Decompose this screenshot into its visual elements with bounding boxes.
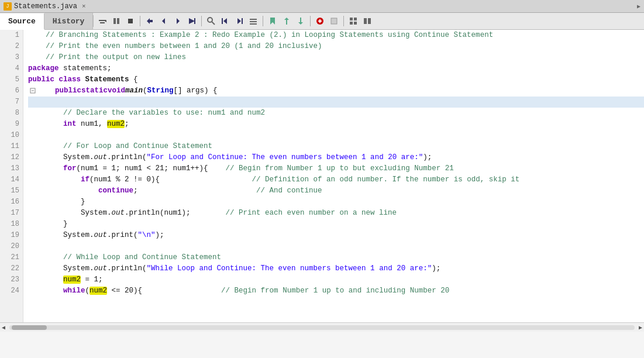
run-button[interactable]	[314, 15, 326, 27]
code-line-20	[28, 241, 644, 252]
svg-rect-19	[250, 23, 257, 25]
code-line-12: System.out.println("For Loop and Continu…	[28, 152, 644, 163]
stop-button[interactable]	[328, 15, 340, 27]
comment-17: // Print each even number on a new line	[226, 209, 397, 217]
svg-rect-18	[250, 21, 257, 22]
kw-package: package	[28, 64, 59, 73]
search-next-button[interactable]	[233, 15, 246, 27]
comment-15: // And continue	[256, 187, 322, 195]
tab-source[interactable]: Source	[0, 13, 44, 30]
separator-1	[140, 16, 140, 26]
bookmark-button[interactable]	[266, 15, 279, 27]
kw-string: String	[147, 85, 174, 97]
kw-if: if	[81, 175, 89, 184]
scrollbar-thumb[interactable]	[12, 325, 47, 330]
code-line-22: System.out.println("While Loop and Conti…	[28, 263, 644, 274]
code-line-4: package statements;	[28, 63, 644, 74]
separator-2	[201, 16, 202, 26]
comment-8: // Declare the variables to use: num1 an…	[28, 109, 265, 117]
separator-4	[310, 16, 311, 26]
file-name: Statements.java	[14, 2, 77, 11]
columns-button[interactable]	[361, 15, 374, 27]
code-line-7	[28, 97, 644, 108]
comment-3: // Print the output on new lines	[28, 53, 186, 61]
comment-24: // Begin from Number 1 up to and includi…	[221, 287, 449, 295]
str-19: "\n"	[138, 231, 156, 239]
code-content[interactable]: // Branching Statements : Example 2 : Re…	[23, 30, 644, 322]
next-button[interactable]	[171, 15, 184, 27]
code-line-15: continue; // And continue	[28, 185, 644, 197]
svg-rect-32	[368, 18, 371, 24]
line-numbers: 1 2 3 4 5 6 7 8 9 10 11 12 13 14 15 16 1…	[0, 30, 23, 322]
scroll-left-button[interactable]: ◀	[0, 324, 7, 331]
toolbar	[94, 13, 644, 29]
svg-marker-9	[189, 18, 195, 24]
svg-rect-4	[117, 18, 119, 24]
separator-3	[263, 16, 263, 26]
prev-bookmark-button[interactable]	[280, 15, 293, 27]
scroll-right-button[interactable]: ▶	[637, 324, 644, 331]
svg-marker-20	[270, 18, 275, 25]
scroll-right-arrow[interactable]: ▶	[637, 3, 640, 10]
close-tab-button[interactable]: ×	[82, 3, 86, 10]
kw-for: for	[63, 164, 77, 173]
svg-marker-15	[237, 18, 241, 24]
search-prev-button[interactable]	[219, 15, 232, 27]
code-line-10	[28, 130, 644, 141]
back-to-lastedit-button[interactable]	[143, 15, 156, 27]
code-line-2: // Print the even numbers between 1 and …	[28, 41, 644, 52]
kw-void: void	[108, 85, 125, 97]
code-line-9: int num1, num2;	[28, 119, 644, 130]
svg-marker-7	[162, 18, 165, 24]
comment-2: // Print the even numbers between 1 and …	[28, 42, 322, 50]
code-line-19: System.out.print("\n");	[28, 230, 644, 241]
svg-line-12	[212, 22, 215, 25]
comment-13: // Begin from Number 1 up to but excludi…	[226, 164, 454, 173]
prev-button[interactable]	[157, 15, 170, 27]
kw-public-6: public	[55, 85, 81, 97]
search-button[interactable]	[205, 15, 218, 27]
svg-rect-27	[350, 18, 353, 20]
search-options-button[interactable]	[247, 15, 260, 27]
tab-history[interactable]: History	[44, 13, 94, 29]
svg-rect-30	[354, 22, 357, 25]
svg-marker-22	[298, 18, 303, 25]
code-line-21: // While Loop and Continue Statement	[28, 252, 644, 263]
comment-1: // Branching Statements : Example 2 : Re…	[28, 31, 493, 39]
next-bookmark-button[interactable]	[294, 15, 307, 27]
horizontal-scrollbar[interactable]: ◀ ▶	[0, 322, 644, 332]
code-editor: 1 2 3 4 5 6 7 8 9 10 11 12 13 14 15 16 1…	[0, 30, 644, 332]
svg-rect-1	[100, 22, 105, 23]
code-line-6: public static void main(String[] args) {	[28, 85, 644, 97]
code-line-1: // Branching Statements : Example 2 : Re…	[28, 30, 644, 41]
comment-14: // Definition of an odd number. If the n…	[252, 175, 520, 184]
svg-rect-0	[99, 20, 106, 21]
code-line-13: for(num1 = 1; num1 < 21; num1++){ // Beg…	[28, 163, 644, 174]
code-line-18: }	[28, 219, 644, 230]
svg-rect-10	[194, 18, 195, 24]
str-12: "For Loop and Continue: The even numbers…	[147, 153, 423, 161]
highlight-num2-24: num2	[89, 287, 107, 295]
svg-marker-6	[147, 18, 153, 24]
code-line-3: // Print the output on new lines	[28, 52, 644, 63]
mark-occurrences-button[interactable]	[110, 15, 123, 27]
file-icon: J	[4, 2, 12, 11]
title-bar: J Statements.java × ▶	[0, 0, 644, 13]
black-square-button[interactable]	[124, 15, 137, 27]
task-view-button[interactable]	[347, 15, 360, 27]
highlight-num2-23: num2	[63, 276, 81, 284]
kw-int-9: int	[63, 120, 77, 128]
jump-to-button[interactable]	[185, 15, 198, 27]
svg-rect-29	[350, 22, 353, 25]
kw-class: class	[59, 75, 81, 84]
scrollbar-track	[9, 325, 635, 330]
svg-rect-5	[128, 19, 133, 23]
code-line-5: public class Statements {	[28, 74, 644, 85]
comment-11: // For Loop and Continue Statement	[28, 142, 212, 150]
code-line-17: System.out.println(num1); // Print each …	[28, 208, 644, 219]
collapse-icon-6[interactable]	[28, 85, 37, 97]
code-line-11: // For Loop and Continue Statement	[28, 141, 644, 152]
code-line-16: }	[28, 197, 644, 208]
code-line-8: // Declare the variables to use: num1 an…	[28, 108, 644, 119]
show-whitespace-button[interactable]	[96, 15, 109, 27]
